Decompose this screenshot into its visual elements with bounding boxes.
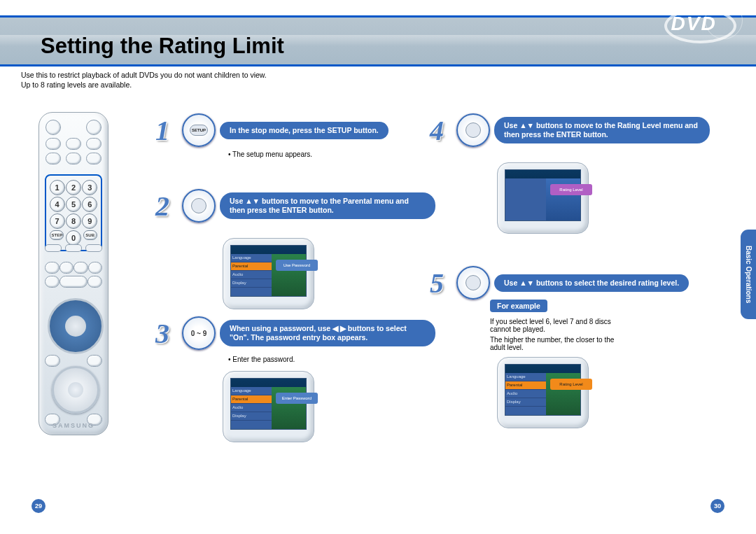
remote-play-button (59, 276, 88, 288)
remote-button (87, 355, 102, 367)
remote-button (46, 153, 61, 164)
osd-item: Display (505, 398, 546, 407)
step-3-note: • Enter the password. (228, 356, 295, 363)
step-number-5: 5 (421, 267, 452, 298)
step-number-3: 3 (147, 318, 178, 349)
remote-button (88, 262, 103, 274)
remote-key-0: 0 (66, 230, 81, 246)
page-number-right: 30 (710, 499, 724, 513)
remote-key-9: 9 (82, 213, 97, 229)
intro-text: Use this to restrict playback of adult D… (21, 70, 267, 90)
osd-item: Language (505, 373, 546, 381)
step-4-button-icon (456, 113, 490, 147)
remote-button (46, 138, 61, 150)
step-5-screenshot: LanguageParentalAudioDisplayRating Level (497, 357, 589, 428)
remote-sub-key: SUB (83, 230, 97, 240)
enter-button-icon (465, 275, 481, 290)
osd-item: Language (231, 387, 272, 395)
intro-line-2: Up to 8 rating levels are available. (21, 80, 132, 89)
step-3-button-icon: 0 ~ 9 (182, 316, 216, 350)
page-number-left: 29 (31, 499, 46, 513)
remote-button (45, 355, 60, 367)
step-1-instruction: In the stop mode, press the SETUP button… (220, 122, 388, 139)
step-number-1: 1 (147, 115, 178, 146)
osd-item: Audio (505, 390, 546, 398)
osd-item: Audio (231, 271, 272, 279)
step-3-instruction: When using a password, use ◀ ▶ buttons t… (220, 320, 435, 346)
remote-nav-wheel (48, 298, 104, 354)
dvd-logo: DVD (662, 8, 738, 61)
remote-key-7: 7 (50, 213, 65, 229)
remote-button (66, 153, 81, 164)
enter-button-icon (191, 198, 206, 213)
osd-item: Display (231, 279, 272, 288)
osd-option: Use Password (276, 260, 318, 271)
divider (0, 64, 756, 66)
step-3-screenshot: LanguageParentalAudioDisplayEnter Passwo… (223, 371, 314, 442)
remote-button (74, 262, 88, 274)
for-example-label: For example (490, 300, 547, 312)
remote-key-4: 4 (50, 197, 65, 212)
step-2-screenshot: LanguageParentalAudioDisplayUse Password (223, 238, 314, 309)
step-5-button-icon (456, 266, 490, 300)
remote-button (86, 138, 102, 150)
remote-button (45, 276, 59, 288)
remote-jog-wheel (52, 366, 99, 414)
remote-open-icon (86, 120, 102, 135)
osd-item: Parental (231, 262, 272, 271)
remote-button (86, 153, 102, 164)
remote-key-8: 8 (66, 213, 81, 229)
step-number-4: 4 (421, 115, 452, 146)
remote-button (66, 138, 81, 150)
osd-option: Rating Level (550, 379, 592, 390)
step-1: 1 SETUP In the stop mode, press the SETU… (147, 113, 388, 147)
divider (0, 15, 756, 17)
step-2-button-icon (182, 189, 216, 223)
osd-item: Language (231, 254, 272, 262)
step-3: 3 0 ~ 9 When using a password, use ◀ ▶ b… (147, 316, 435, 350)
enter-button-icon (465, 122, 481, 138)
remote-brand-label: SAMSUNG (39, 422, 108, 429)
setup-button-label: SETUP (190, 125, 208, 136)
remote-key-3: 3 (82, 180, 97, 195)
osd-option: Rating Level (550, 184, 592, 195)
dvd-logo-text: DVD (671, 13, 717, 35)
step-1-note: • The setup menu appears. (228, 150, 312, 158)
remote-key-6: 6 (82, 197, 97, 212)
osd-option: Enter Password (276, 393, 318, 404)
example-text-2: The higher the number, the closer to the… (490, 336, 630, 351)
remote-key-2: 2 (66, 180, 81, 195)
page-title: Setting the Rating Limit (41, 34, 284, 59)
remote-control-illustration: 123 456 789 STEP0SUB SAMSUNG (38, 112, 108, 435)
step-4: 4 Use ▲▼ buttons to move to the Rating L… (421, 113, 710, 147)
remote-button (45, 262, 59, 274)
remote-step-key: STEP (50, 230, 64, 240)
osd-item: Parental (231, 395, 272, 404)
remote-power-icon (46, 120, 61, 135)
step-5: 5 Use ▲▼ buttons to select the desired r… (421, 266, 689, 300)
step-5-instruction: Use ▲▼ buttons to select the desired rat… (494, 274, 689, 292)
step-2: 2 Use ▲▼ buttons to move to the Parental… (147, 189, 435, 223)
step-4-instruction: Use ▲▼ buttons to move to the Rating Lev… (494, 117, 710, 143)
intro-line-1: Use this to restrict playback of adult D… (21, 71, 267, 79)
osd-item: Parental (505, 381, 546, 390)
step-1-button-icon: SETUP (182, 113, 216, 147)
section-tab: Basic Operations (741, 230, 756, 319)
remote-button (59, 262, 74, 274)
example-text-1: If you select level 6, level 7 and 8 dis… (490, 318, 630, 333)
step-2-instruction: Use ▲▼ buttons to move to the Parental m… (220, 192, 435, 219)
remote-key-1: 1 (50, 180, 65, 195)
step-4-screenshot: Rating Level (497, 162, 589, 234)
remote-key-5: 5 (66, 197, 81, 212)
step-number-2: 2 (147, 190, 178, 221)
osd-item: Display (231, 412, 272, 421)
osd-item: Audio (231, 404, 272, 412)
remote-number-pad: 123 456 789 STEP0SUB (45, 174, 102, 251)
number-range-label: 0 ~ 9 (191, 330, 207, 337)
remote-button (88, 276, 102, 288)
